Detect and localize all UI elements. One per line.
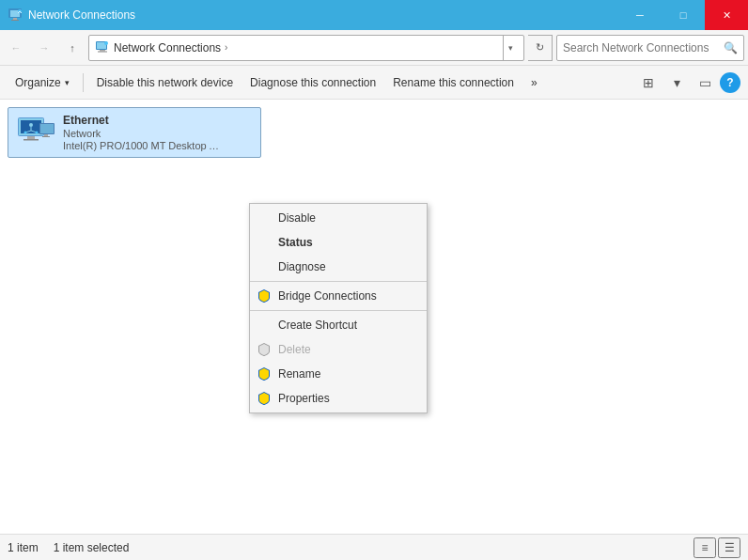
- search-box[interactable]: 🔍: [556, 35, 744, 61]
- address-path: Network Connections ›: [114, 41, 499, 54]
- view-details-icon: ☰: [725, 541, 735, 554]
- ctx-shortcut-label: Create Shortcut: [278, 319, 357, 332]
- ctx-rename-label: Rename: [278, 367, 320, 381]
- ctx-rename[interactable]: Rename: [250, 362, 427, 386]
- ctx-bridge-label: Bridge Connections: [278, 289, 377, 303]
- search-input[interactable]: [563, 41, 720, 54]
- address-path-chevron: ›: [225, 42, 227, 53]
- view-list-button[interactable]: ≡: [693, 537, 716, 558]
- ctx-status[interactable]: Status: [250, 230, 427, 255]
- rename-label: Rename this connection: [393, 76, 514, 89]
- up-button[interactable]: ↑: [60, 36, 85, 60]
- more-button[interactable]: »: [523, 70, 545, 96]
- content-area: Ethernet Network Intel(R) PRO/1000 MT De…: [0, 100, 748, 534]
- view-icon-button[interactable]: ⊞: [635, 70, 662, 96]
- ctx-status-label: Status: [278, 236, 313, 249]
- view-chevron-button[interactable]: ▾: [663, 70, 690, 96]
- rename-button[interactable]: Rename this connection: [385, 70, 522, 96]
- svg-rect-8: [98, 51, 107, 52]
- organize-button[interactable]: Organize ▾: [8, 70, 77, 96]
- minimize-button[interactable]: ─: [618, 0, 662, 30]
- svg-rect-24: [42, 136, 50, 137]
- ctx-delete-label: Delete: [278, 343, 311, 356]
- organize-chevron: ▾: [65, 78, 70, 87]
- ctx-diagnose-label: Diagnose: [278, 260, 326, 273]
- ctx-disable[interactable]: Disable: [250, 206, 427, 230]
- svg-point-20: [36, 132, 39, 134]
- toolbar-right: ⊞ ▾ ▭ ?: [635, 70, 740, 96]
- view-details-button[interactable]: ☰: [718, 537, 740, 558]
- svg-rect-3: [11, 20, 19, 21]
- help-button[interactable]: ?: [720, 72, 740, 93]
- ctx-separator-1: [250, 281, 427, 282]
- disable-label: Disable this network device: [97, 76, 233, 89]
- window-controls: ─ □ ✕: [618, 0, 748, 30]
- ctx-disable-label: Disable: [278, 211, 316, 225]
- svg-rect-7: [100, 50, 105, 52]
- svg-rect-23: [44, 134, 48, 136]
- diagnose-label: Diagnose this connection: [250, 76, 376, 89]
- address-path-text: Network Connections: [114, 41, 221, 54]
- view-chevron: ▾: [674, 75, 680, 90]
- ctx-bridge-icon: [256, 288, 273, 304]
- svg-rect-13: [23, 139, 39, 141]
- title-bar: Network Connections ─ □ ✕: [0, 0, 748, 30]
- network-item[interactable]: Ethernet Network Intel(R) PRO/1000 MT De…: [8, 107, 261, 158]
- ctx-delete[interactable]: Delete: [250, 337, 427, 362]
- network-item-name: Ethernet: [63, 114, 223, 127]
- address-bar-icon: [95, 40, 110, 55]
- forward-button[interactable]: →: [32, 36, 56, 60]
- panel-button[interactable]: ▭: [692, 70, 718, 96]
- main-area: Ethernet Network Intel(R) PRO/1000 MT De…: [0, 100, 748, 534]
- status-right: ≡ ☰: [693, 537, 740, 558]
- status-bar: 1 item 1 item selected ≡ ☰: [0, 534, 748, 560]
- title-bar-left: Network Connections: [8, 8, 135, 23]
- toolbar: Organize ▾ Disable this network device D…: [0, 66, 748, 100]
- status-selected-count: 1 item selected: [54, 541, 130, 554]
- svg-rect-2: [13, 18, 17, 20]
- organize-label: Organize: [15, 76, 61, 89]
- address-bar[interactable]: Network Connections › ▾: [88, 35, 524, 61]
- address-dropdown[interactable]: ▾: [503, 35, 518, 61]
- view-list-icon: ≡: [701, 541, 708, 554]
- ctx-separator-2: [250, 310, 427, 311]
- ctx-delete-icon: [256, 341, 273, 358]
- svg-point-9: [104, 41, 108, 45]
- status-item-count: 1 item: [8, 541, 39, 554]
- network-item-adapter: Intel(R) PRO/1000 MT Desktop Ad...: [63, 140, 223, 151]
- network-item-text: Ethernet Network Intel(R) PRO/1000 MT De…: [63, 114, 223, 151]
- back-button[interactable]: ←: [4, 36, 28, 60]
- network-item-status: Network: [63, 128, 223, 139]
- view-icon: ⊞: [643, 75, 654, 90]
- context-menu: Disable Status Diagnose Bridge Connectio…: [249, 203, 428, 413]
- ctx-diagnose[interactable]: Diagnose: [250, 255, 427, 279]
- ctx-properties-icon: [256, 390, 273, 407]
- ctx-bridge[interactable]: Bridge Connections: [250, 284, 427, 308]
- title-bar-title: Network Connections: [28, 8, 135, 22]
- svg-point-15: [29, 123, 33, 127]
- ctx-properties-label: Properties: [278, 392, 330, 405]
- ctx-rename-icon: [256, 366, 273, 382]
- title-bar-icon: [8, 8, 23, 23]
- toolbar-separator-1: [83, 73, 84, 92]
- maximize-button[interactable]: □: [662, 0, 705, 30]
- svg-point-19: [24, 132, 27, 134]
- more-label: »: [531, 76, 538, 89]
- refresh-button[interactable]: ↻: [528, 35, 553, 61]
- address-row: ← → ↑ Network Connections › ▾ ↻ 🔍: [0, 30, 748, 66]
- ctx-shortcut[interactable]: Create Shortcut: [250, 313, 427, 337]
- search-icon[interactable]: 🔍: [724, 41, 738, 54]
- panel-icon: ▭: [699, 75, 711, 90]
- help-icon: ?: [726, 76, 733, 89]
- disable-button[interactable]: Disable this network device: [89, 70, 241, 96]
- close-button[interactable]: ✕: [705, 0, 748, 30]
- diagnose-button[interactable]: Diagnose this connection: [242, 70, 383, 96]
- svg-rect-12: [27, 136, 35, 139]
- network-adapter-icon: [16, 116, 55, 149]
- ctx-properties[interactable]: Properties: [250, 386, 427, 411]
- svg-rect-22: [40, 124, 54, 133]
